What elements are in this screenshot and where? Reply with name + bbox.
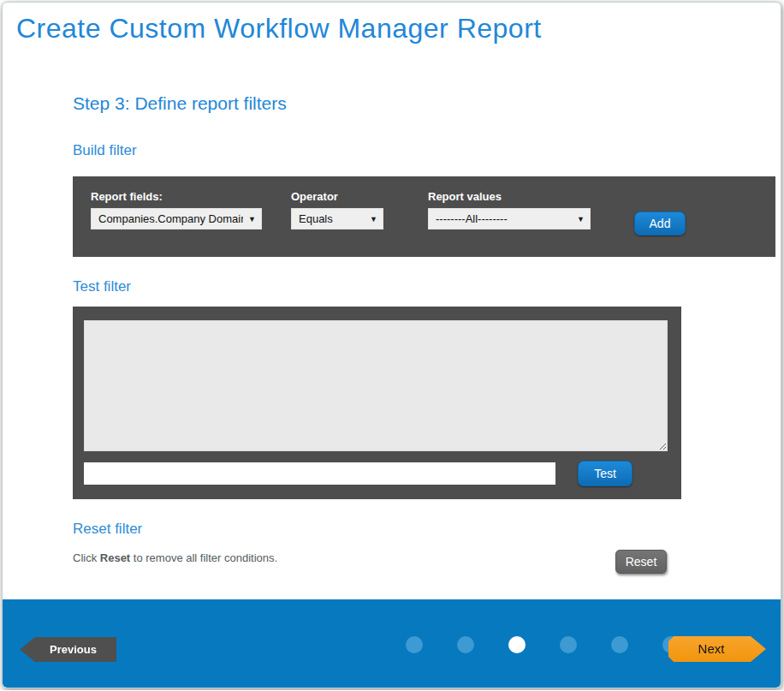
reset-filter-heading: Reset filter xyxy=(73,521,142,538)
step-dot[interactable] xyxy=(457,636,474,653)
wizard-navigation-bar: Previous Next xyxy=(3,599,781,688)
report-wizard-window: Create Custom Workflow Manager Report St… xyxy=(2,2,781,688)
test-filter-heading: Test filter xyxy=(73,278,131,295)
add-button[interactable]: Add xyxy=(634,211,686,235)
operator-label: Operator xyxy=(291,190,383,203)
filter-preview-textarea[interactable] xyxy=(84,320,668,451)
test-value-input[interactable] xyxy=(84,462,555,485)
reset-instruction-prefix: Click xyxy=(73,551,100,564)
reset-instruction-text: Click Reset to remove all filter conditi… xyxy=(73,551,277,564)
step-dot[interactable] xyxy=(611,636,628,653)
operator-select[interactable]: Equals ▼ xyxy=(291,208,383,229)
report-fields-group: Report fields: Companies.Company Domain … xyxy=(91,190,262,229)
chevron-down-icon: ▼ xyxy=(577,215,585,223)
previous-button[interactable]: Previous xyxy=(20,637,116,662)
step-dot[interactable] xyxy=(560,636,577,653)
chevron-down-icon: ▼ xyxy=(248,215,256,223)
report-values-group: Report values --------All-------- ▼ xyxy=(428,190,591,229)
test-filter-panel: Test xyxy=(73,307,681,499)
report-values-label: Report values xyxy=(428,190,591,203)
reset-button[interactable]: Reset xyxy=(615,550,667,574)
operator-group: Operator Equals ▼ xyxy=(291,190,383,229)
next-button[interactable]: Next xyxy=(668,636,766,662)
test-button[interactable]: Test xyxy=(578,461,633,486)
page-title: Create Custom Workflow Manager Report xyxy=(16,13,542,45)
reset-instruction-bold: Reset xyxy=(100,551,130,564)
step-heading: Step 3: Define report filters xyxy=(73,93,287,114)
chevron-down-icon: ▼ xyxy=(370,215,377,223)
reset-instruction-suffix: to remove all filter conditions. xyxy=(130,551,277,564)
report-fields-selected-value: Companies.Company Domain Na xyxy=(98,212,243,225)
build-filter-panel: Report fields: Companies.Company Domain … xyxy=(73,176,775,257)
wizard-step-dots xyxy=(406,636,680,653)
report-fields-label: Report fields: xyxy=(91,190,262,203)
report-fields-select[interactable]: Companies.Company Domain Na ▼ xyxy=(91,208,262,229)
report-values-selected-value: --------All-------- xyxy=(436,212,508,225)
step-dot-active[interactable] xyxy=(508,636,526,653)
step-dot[interactable] xyxy=(406,636,423,653)
build-filter-heading: Build filter xyxy=(73,142,137,159)
operator-selected-value: Equals xyxy=(299,212,333,225)
report-values-select[interactable]: --------All-------- ▼ xyxy=(428,208,591,229)
